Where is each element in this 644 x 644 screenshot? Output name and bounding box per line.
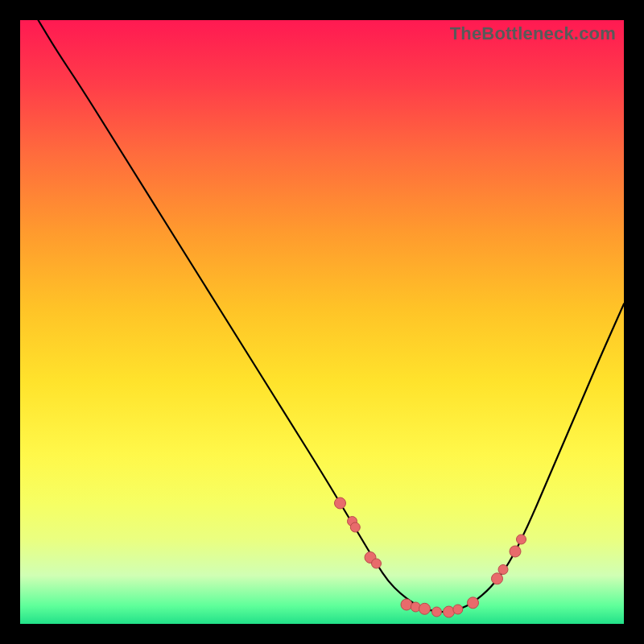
chart-frame: TheBottleneck.com	[20, 20, 624, 624]
highlight-dot	[517, 535, 526, 544]
highlight-dot	[468, 597, 479, 609]
highlight-dot	[401, 599, 412, 610]
highlight-dot	[453, 605, 463, 614]
highlight-dot	[432, 607, 442, 617]
bottleneck-curve	[39, 20, 625, 612]
highlight-dots-group	[335, 497, 526, 617]
highlight-dot	[492, 573, 503, 584]
highlight-dot	[498, 565, 508, 575]
highlight-dot	[335, 497, 346, 509]
highlight-dot	[510, 546, 521, 557]
highlight-dot	[419, 603, 431, 614]
highlight-dot	[372, 559, 382, 568]
chart-svg	[20, 20, 624, 624]
highlight-dot	[444, 606, 455, 617]
highlight-dot	[350, 522, 360, 532]
